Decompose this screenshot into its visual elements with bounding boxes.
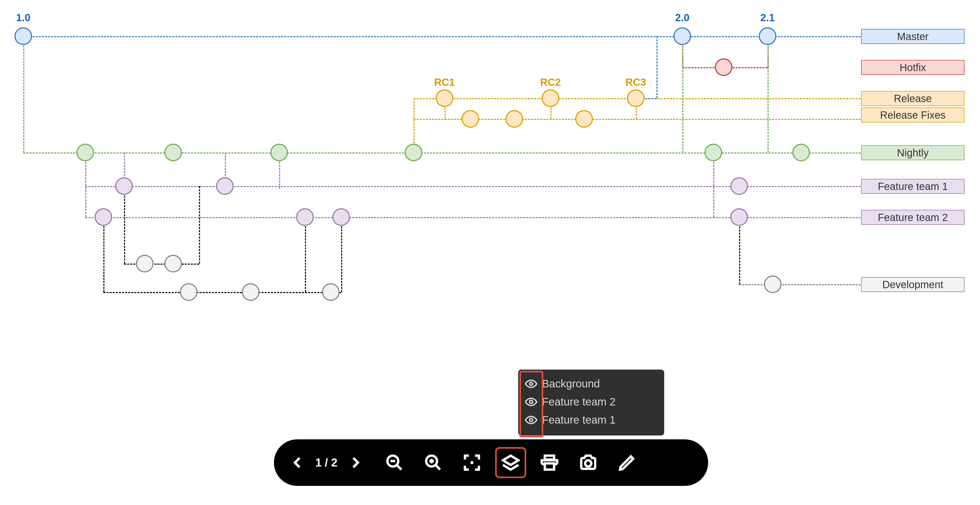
dev-to-f2-b (305, 217, 306, 292)
lane-label-release: Release (861, 91, 964, 106)
svg-line-7 (436, 465, 440, 470)
eye-icon (525, 396, 537, 408)
svg-point-10 (470, 461, 474, 464)
tag-rc3: RC3 (625, 76, 646, 88)
2.1-to-nightly (768, 36, 768, 153)
text: Master (897, 31, 929, 42)
layer-row-feature2[interactable]: Feature team 2 (525, 393, 657, 411)
svg-marker-11 (503, 456, 519, 465)
dev-to-f1-a2 (124, 186, 125, 264)
tag-1.0: 1.0 (16, 12, 30, 24)
eye-icon (525, 378, 537, 390)
svg-point-1 (530, 400, 533, 403)
commit-nightly-4[interactable] (405, 144, 422, 161)
text: Hotfix (900, 62, 926, 73)
dev-branch-a (124, 264, 199, 264)
svg-point-2 (530, 418, 533, 422)
fit-screen-button[interactable] (457, 447, 487, 478)
layer-label: Feature team 2 (542, 396, 616, 408)
layers-popover: Background Feature team 2 Feature team 1 (518, 370, 664, 435)
text: Feature team 1 (878, 181, 948, 192)
edit-button[interactable] (611, 447, 643, 478)
commit-nightly-3[interactable] (270, 144, 288, 161)
page-indicator: 1 / 2 (315, 456, 337, 469)
svg-rect-13 (545, 464, 554, 470)
text: Release Fixes (880, 109, 945, 121)
commit-nightly-2[interactable] (164, 144, 182, 161)
eye-icon (525, 414, 537, 426)
commit-master-2.0[interactable] (673, 27, 691, 45)
commit-f2-1[interactable] (95, 208, 112, 226)
layers-button[interactable] (495, 447, 526, 478)
release-to-2.0 (656, 36, 657, 98)
lane-line-development (739, 284, 861, 285)
lane-line-nightly (23, 153, 861, 153)
lane-label-feature2: Feature team 2 (861, 210, 964, 225)
next-page-button[interactable] (340, 447, 371, 478)
commit-rc2[interactable] (542, 89, 559, 107)
commit-relfix-2[interactable] (506, 110, 523, 127)
print-button[interactable] (534, 447, 565, 478)
commit-f1-2[interactable] (216, 177, 234, 195)
tag-rc1: RC1 (434, 76, 455, 88)
svg-rect-12 (545, 456, 554, 459)
commit-relfix-3[interactable] (575, 110, 593, 127)
commit-dev-b1[interactable] (180, 283, 197, 301)
lane-label-nightly: Nightly (861, 145, 964, 160)
svg-point-14 (585, 460, 591, 467)
text: Nightly (897, 147, 929, 159)
lane-label-master: Master (861, 29, 964, 44)
viewer-toolbar: 1 / 2 (274, 440, 708, 486)
tag-2.0: 2.0 (675, 12, 689, 24)
tag-2.1: 2.1 (760, 12, 775, 24)
layer-row-feature1[interactable]: Feature team 1 (525, 411, 657, 429)
zoom-in-button[interactable] (418, 447, 449, 478)
commit-dev-r[interactable] (764, 276, 781, 293)
text: Feature team 2 (878, 212, 948, 223)
branch-nightly-to-features (85, 153, 86, 217)
branch-1.0-to-nightly (23, 36, 24, 153)
diagram-stage: Master Hotfix Release Release Fixes Nigh… (0, 0, 980, 505)
commit-f1-r[interactable] (730, 177, 748, 195)
lane-label-feature1: Feature team 1 (861, 179, 964, 194)
commit-dev-a2[interactable] (164, 255, 182, 272)
zoom-out-button[interactable] (379, 447, 410, 478)
layer-label: Feature team 1 (542, 414, 616, 426)
commit-dev-b3[interactable] (322, 283, 340, 301)
lane-label-development: Development (861, 277, 964, 292)
2.0-to-nightly (682, 36, 683, 153)
commit-relfix-1[interactable] (461, 110, 479, 127)
commit-f2-2[interactable] (296, 208, 314, 226)
layer-row-background[interactable]: Background (525, 375, 657, 393)
text: Release (894, 93, 932, 104)
dev-lane-a (103, 292, 341, 293)
dev-to-f2-c (341, 217, 342, 292)
svg-point-0 (530, 382, 533, 386)
screenshot-button[interactable] (573, 447, 604, 478)
nightly-to-features-r (713, 153, 714, 217)
prev-page-button[interactable] (282, 447, 313, 478)
commit-hotfix[interactable] (715, 58, 732, 76)
commit-nightly-5[interactable] (705, 144, 722, 161)
lane-line-master (23, 36, 861, 37)
lane-label-release-fixes: Release Fixes (861, 108, 964, 123)
commit-rc1[interactable] (436, 89, 453, 107)
branch-feature2-to-dev-a (103, 217, 104, 292)
lane-line-release-fixes (414, 119, 861, 120)
commit-f2-3[interactable] (332, 208, 350, 226)
commit-nightly-1[interactable] (76, 144, 94, 161)
commit-master-2.1[interactable] (759, 27, 776, 45)
commit-dev-b2[interactable] (242, 283, 259, 301)
lane-label-hotfix: Hotfix (861, 60, 964, 75)
commit-master-1.0[interactable] (14, 27, 32, 45)
layer-label: Background (542, 378, 600, 390)
commit-rc3[interactable] (627, 89, 644, 107)
tag-rc2: RC2 (540, 76, 561, 88)
commit-f1-1[interactable] (115, 177, 133, 195)
text: Development (882, 279, 943, 290)
svg-line-4 (397, 465, 401, 470)
dev-to-f1-a (199, 186, 200, 264)
commit-dev-a1[interactable] (136, 255, 154, 272)
commit-f2-r[interactable] (730, 208, 748, 226)
commit-nightly-6[interactable] (792, 144, 810, 161)
